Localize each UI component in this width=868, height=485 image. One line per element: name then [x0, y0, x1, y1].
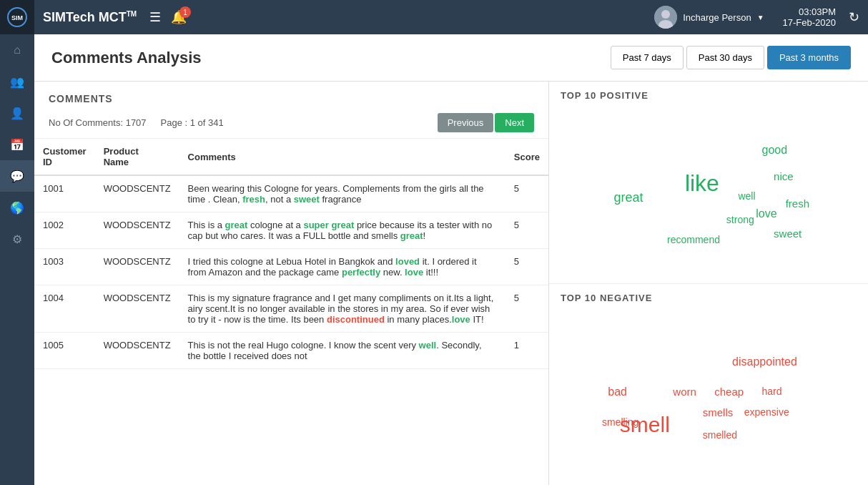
refresh-button[interactable]: ↻: [849, 9, 859, 25]
word-love: love: [756, 207, 776, 220]
customer-id: 1003: [34, 249, 95, 285]
page-info: Page : 1 of 341: [161, 117, 224, 128]
comment-text: Been wearing this Cologne for years. Com…: [179, 175, 505, 212]
score: 5: [505, 175, 548, 212]
filter-30days[interactable]: Past 30 days: [686, 46, 764, 69]
hamburger-menu[interactable]: ☰: [149, 9, 161, 25]
score: 1: [505, 333, 548, 369]
col-product-name: ProductName: [95, 139, 179, 175]
count-label: No Of Comments:: [49, 117, 123, 128]
user-menu[interactable]: Incharge Person ▼: [654, 6, 764, 29]
count-value: 1707: [126, 117, 147, 128]
customer-id: 1002: [34, 212, 95, 249]
prev-button[interactable]: Previous: [438, 113, 494, 132]
comments-section-title: COMMENTS: [49, 93, 534, 104]
table-row: 1001 WOODSCENTZ Been wearing this Cologn…: [34, 175, 548, 212]
sidebar-item-comments[interactable]: 💬: [0, 160, 34, 192]
wordcloud-panel: TOP 10 POSITIVE like good great nice wel…: [549, 82, 868, 485]
word-disappointed: disappointed: [732, 356, 797, 368]
word-smelling: smelling: [602, 416, 638, 428]
topnav: SIMTech MCTTM ☰ 🔔 1 Incharge Person ▼ 03…: [34, 0, 868, 34]
next-button[interactable]: Next: [495, 113, 534, 132]
word-smells: smells: [703, 406, 734, 418]
col-comments: Comments: [179, 139, 505, 175]
negative-word-cloud: smell disappointed bad worn cheap hard s…: [561, 309, 857, 477]
user-dropdown-icon: ▼: [757, 14, 764, 21]
comments-meta: No Of Comments: 1707 Page : 1 of 341 Pre…: [49, 113, 534, 132]
score: 5: [505, 285, 548, 333]
keyword-positive: sweet: [294, 194, 320, 205]
word-strong: strong: [726, 214, 754, 225]
datetime-display: 03:03PM 17-Feb-2020: [783, 6, 836, 28]
keyword-positive: loved: [395, 256, 420, 267]
word-hard: hard: [762, 386, 782, 397]
comments-count: No Of Comments: 1707: [49, 117, 147, 128]
sidebar-item-users[interactable]: 👤: [0, 97, 34, 129]
word-worn: worn: [673, 386, 696, 398]
filter-3months[interactable]: Past 3 months: [767, 46, 851, 69]
word-cheap: cheap: [714, 386, 744, 398]
svg-point-3: [661, 10, 670, 19]
sidebar-logo: SIM: [0, 0, 34, 34]
keyword-positive: love: [405, 267, 423, 278]
keyword-positive: super great: [303, 220, 354, 230]
username-label: Incharge Person: [683, 12, 751, 23]
filter-7days[interactable]: Past 7 days: [611, 46, 684, 69]
customer-id: 1001: [34, 175, 95, 212]
brand-sup: TM: [127, 10, 137, 18]
comments-panel: COMMENTS No Of Comments: 1707 Page : 1 o…: [34, 82, 549, 485]
product-name: WOODSCENTZ: [95, 285, 179, 333]
notification-bell[interactable]: 🔔 1: [171, 9, 187, 25]
brand-text: SIMTech MCT: [43, 10, 127, 24]
page-content: Comments Analysis Past 7 days Past 30 da…: [34, 34, 868, 485]
time-display: 03:03PM: [783, 6, 836, 17]
comments-table-wrap: CustomerID ProductName Comments Score 10…: [34, 139, 548, 485]
table-row: 1005 WOODSCENTZ This is not the real Hug…: [34, 333, 548, 369]
comments-header: COMMENTS No Of Comments: 1707 Page : 1 o…: [34, 82, 548, 139]
positive-word-cloud: like good great nice well love fresh str…: [561, 107, 857, 275]
product-name: WOODSCENTZ: [95, 175, 179, 212]
comments-table: CustomerID ProductName Comments Score 10…: [34, 139, 548, 369]
word-expensive: expensive: [744, 406, 789, 418]
sidebar-item-calendar[interactable]: 📅: [0, 129, 34, 160]
sidebar-item-globe[interactable]: 🌎: [0, 192, 34, 223]
customer-id: 1005: [34, 333, 95, 369]
page-title: Comments Analysis: [51, 49, 201, 67]
table-row: 1003 WOODSCENTZ I tried this cologne at …: [34, 249, 548, 285]
pagination: Previous Next: [438, 113, 534, 132]
sidebar-item-home[interactable]: ⌂: [0, 34, 34, 66]
keyword-positive: love: [452, 314, 470, 325]
keyword-positive: fresh: [242, 194, 265, 205]
negative-cloud-section: TOP 10 NEGATIVE smell disappointed bad w…: [549, 284, 868, 486]
positive-cloud-section: TOP 10 POSITIVE like good great nice wel…: [549, 82, 868, 284]
comment-text: I tried this cologne at Lebua Hotel in B…: [179, 249, 505, 285]
word-nice: nice: [774, 170, 794, 182]
word-good: good: [762, 144, 788, 157]
sidebar-item-team[interactable]: 👥: [0, 66, 34, 97]
score: 5: [505, 212, 548, 249]
customer-id: 1004: [34, 285, 95, 333]
sidebar-item-settings[interactable]: ⚙: [0, 223, 34, 255]
keyword-positive: well: [419, 340, 437, 351]
sidebar: SIM ⌂ 👥 👤 📅 💬 🌎 ⚙: [0, 0, 34, 485]
notification-badge: 1: [179, 6, 191, 18]
app-brand: SIMTech MCTTM: [43, 10, 137, 25]
score: 5: [505, 249, 548, 285]
col-customer-id: CustomerID: [34, 139, 95, 175]
keyword-positive: great: [400, 230, 423, 241]
col-score: Score: [505, 139, 548, 175]
comment-text: This is my signature fragrance and I get…: [179, 285, 505, 333]
word-sweet: sweet: [774, 227, 802, 240]
comment-text: This is a great cologne at a super great…: [179, 212, 505, 249]
word-fresh: fresh: [786, 197, 809, 210]
word-smelled: smelled: [703, 429, 737, 441]
keyword-negative: discontinued: [327, 314, 385, 325]
word-recommend: recommend: [667, 234, 720, 245]
product-name: WOODSCENTZ: [95, 249, 179, 285]
word-like: like: [685, 170, 719, 197]
word-well: well: [738, 190, 755, 202]
table-row: 1004 WOODSCENTZ This is my signature fra…: [34, 285, 548, 333]
date-display: 17-Feb-2020: [783, 17, 836, 28]
filter-buttons: Past 7 days Past 30 days Past 3 months: [611, 46, 851, 69]
word-great: great: [614, 190, 643, 205]
